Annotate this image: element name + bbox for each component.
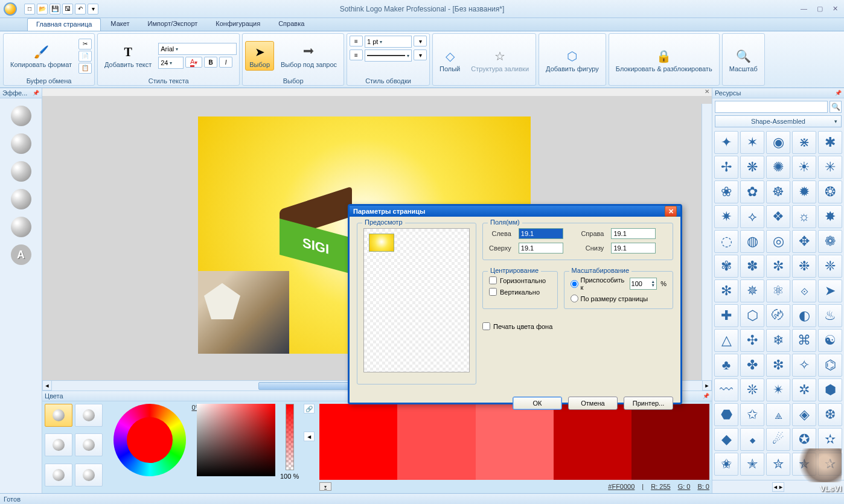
page-toggle[interactable]: ◄► (772, 482, 784, 492)
select-by-query-button[interactable]: ⮕ Выбор под запрос (277, 41, 341, 71)
shape-item[interactable]: ◐ (792, 304, 816, 327)
stroke-opts-2[interactable]: ▾ (414, 49, 427, 60)
prev-palette-button[interactable]: ◄ (304, 432, 315, 441)
resource-category-dropdown[interactable]: Shape-Assembled (715, 115, 842, 127)
doc-close-button[interactable]: ✕ (705, 88, 709, 96)
shape-item[interactable]: ◎ (766, 230, 790, 253)
shape-item[interactable]: ✻ (714, 279, 738, 302)
pin-icon[interactable]: 📌 (33, 90, 39, 96)
shape-item[interactable]: ✬ (714, 453, 738, 476)
close-button[interactable]: ✕ (830, 4, 840, 14)
minimize-button[interactable]: — (798, 4, 810, 14)
shape-item[interactable]: ❋ (740, 156, 764, 179)
shape-item[interactable]: ❄ (766, 329, 790, 352)
shape-item[interactable]: ◉ (766, 131, 790, 154)
hscroll-right[interactable]: ► (702, 380, 712, 391)
shape-item[interactable]: ✹ (792, 180, 816, 203)
shape-item[interactable]: ☄ (766, 428, 790, 451)
shape-item[interactable]: ✫ (818, 428, 842, 451)
fit-page-radio[interactable]: По размеру страницы (571, 295, 667, 302)
font-dropdown[interactable]: Arial▾ (158, 43, 237, 55)
shape-item[interactable]: ⟡ (740, 205, 764, 228)
shape-item[interactable]: 〄 (766, 304, 790, 327)
shape-item[interactable]: ❀ (714, 180, 738, 203)
shape-item[interactable]: ✺ (766, 156, 790, 179)
stroke-opts-1[interactable]: ▾ (414, 36, 427, 46)
shape-item[interactable]: ◈ (792, 403, 816, 426)
center-vert-checkbox[interactable]: Вертикально (489, 288, 551, 296)
shape-item[interactable]: ✧ (792, 354, 816, 377)
tab-layout[interactable]: Макет (102, 18, 138, 31)
fontcolor-button[interactable]: A▾ (185, 57, 202, 68)
fill-structure-button[interactable]: ☆ Структура заливки (467, 45, 533, 75)
add-text-button[interactable]: T Добавить текст (100, 41, 156, 71)
color-mode-3[interactable] (45, 433, 72, 456)
effect-preset-1[interactable] (11, 106, 31, 126)
shape-item[interactable]: ☸ (766, 180, 790, 203)
center-horiz-checkbox[interactable]: Горизонтально (489, 276, 551, 284)
paste-button[interactable]: 📋 (78, 63, 92, 74)
cut-button[interactable]: ✂ (78, 39, 92, 49)
shape-item[interactable]: ◌ (714, 230, 738, 253)
pin-icon[interactable]: 📌 (835, 90, 842, 96)
shape-item[interactable]: ✰ (818, 453, 842, 476)
ok-button[interactable]: ОК (513, 397, 562, 410)
shape-item[interactable]: ✽ (740, 255, 764, 278)
cancel-button[interactable]: Отмена (568, 397, 618, 410)
stroke-align-2[interactable]: ≡ (350, 49, 363, 60)
shape-item[interactable]: ◆ (714, 428, 738, 451)
shape-item[interactable]: ☼ (792, 205, 816, 228)
lock-button[interactable]: 🔒 Блокировать & разблокировать (612, 45, 717, 75)
hex-value[interactable]: #FF0000 (608, 483, 635, 490)
resource-search-input[interactable] (715, 101, 828, 113)
effect-preset-3[interactable] (11, 161, 31, 182)
shape-item[interactable]: ✱ (818, 131, 842, 154)
photo-object[interactable] (198, 271, 289, 354)
color-mode-5[interactable] (45, 464, 72, 486)
stroke-width-dropdown[interactable]: 1 pt▾ (365, 36, 412, 48)
stroke-align-1[interactable]: ≡ (350, 36, 363, 46)
select-button[interactable]: ➤ Выбор (245, 41, 274, 71)
shape-item[interactable]: ✦ (714, 131, 738, 154)
color-mode-1[interactable] (45, 404, 72, 427)
hollow-button[interactable]: ◇ Полый (435, 45, 464, 75)
shape-item[interactable]: ☯ (818, 329, 842, 352)
add-shape-button[interactable]: ⬡ Добавить фигуру (542, 45, 603, 75)
shape-item[interactable]: ◍ (740, 230, 764, 253)
print-bg-checkbox[interactable]: Печать цвета фона (482, 322, 552, 330)
g-value[interactable]: G: 0 (678, 483, 691, 490)
bold-button[interactable]: B (204, 57, 217, 68)
shape-item[interactable]: ✾ (714, 255, 738, 278)
italic-button[interactable]: I (219, 57, 232, 68)
shape-item[interactable]: ❁ (818, 230, 842, 253)
shape-item[interactable]: ⚛ (766, 279, 790, 302)
qat-open[interactable]: 📂 (37, 4, 48, 14)
shape-item[interactable]: ✥ (792, 230, 816, 253)
color-wheel[interactable] (113, 404, 186, 476)
shape-item[interactable]: ✢ (714, 156, 738, 179)
effect-preset-5[interactable] (11, 217, 31, 237)
qat-customize[interactable]: ▾ (88, 4, 98, 14)
qat-new[interactable]: □ (24, 4, 35, 14)
qat-save-all[interactable]: 🖫 (62, 4, 73, 14)
fit-to-radio[interactable]: Приспособить к (571, 276, 626, 291)
shape-item[interactable]: ❈ (818, 255, 842, 278)
maximize-button[interactable]: ▢ (814, 4, 825, 14)
margin-left-input[interactable] (519, 228, 563, 239)
copy-format-button[interactable]: 🖌️ Копировать формат (6, 41, 76, 71)
color-mode-2[interactable] (75, 404, 103, 427)
shape-item[interactable]: ✴ (766, 378, 790, 401)
shape-item[interactable]: ✸ (818, 205, 842, 228)
shape-item[interactable]: ❇ (766, 354, 790, 377)
shape-item[interactable]: ✭ (740, 453, 764, 476)
dialog-titlebar[interactable]: Параметры страницы ✕ (350, 206, 680, 217)
tab-config[interactable]: Конфигурация (207, 18, 269, 31)
shape-item[interactable]: ⌘ (792, 329, 816, 352)
shape-item[interactable]: ✩ (740, 403, 764, 426)
shape-item[interactable]: ⬡ (740, 304, 764, 327)
qat-undo[interactable]: ↶ (75, 4, 86, 14)
color-mode-6[interactable] (75, 464, 103, 486)
shape-item[interactable]: ✯ (792, 453, 816, 476)
shape-item[interactable]: △ (714, 329, 738, 352)
shape-item[interactable]: ⟁ (766, 403, 790, 426)
